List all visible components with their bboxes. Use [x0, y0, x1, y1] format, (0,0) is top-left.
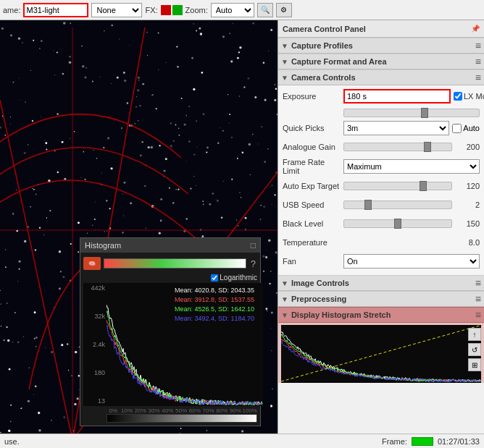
stretch-icon-3[interactable]: ⊞ [468, 358, 481, 371]
settings-icon: ⚙ [280, 6, 287, 14]
frame-time: 01:27/01:33 [438, 437, 480, 446]
analogue-gain-row: Analogue Gain 200 [283, 139, 480, 155]
preprocessing-label: Preprocessing [291, 295, 346, 303]
search-button[interactable]: 🔍 [257, 3, 273, 17]
capture-profiles-menu-icon[interactable]: ≡ [475, 40, 481, 51]
preprocessing-menu-icon[interactable]: ≡ [475, 293, 481, 305]
toolbar: FX: ame: None FX: Zoom: Auto 🔍 ⚙ [0, 0, 484, 20]
exposure-label: Exposure [283, 92, 341, 101]
temperature-value: 8.0 [343, 238, 480, 247]
black-level-slider[interactable] [343, 219, 452, 228]
black-level-row: Black Level 150 [283, 216, 480, 232]
histogram-percent-bar: 0% 10% 20% 30% 40% 50% 60% 70% 80% 90% 1… [83, 407, 257, 414]
camera-controls-label: Camera Controls [291, 73, 356, 82]
histogram-title: Histogram [85, 241, 121, 250]
display-histogram-header[interactable]: ▼ Display Histogram Stretch ≡ [278, 307, 484, 323]
display-histogram-menu-icon[interactable]: ≡ [475, 309, 481, 321]
main-area: Histogram □ 🧠 ? Logarithmic [0, 20, 484, 448]
display-histogram-label: Display Histogram Stretch [291, 310, 391, 319]
analogue-gain-slider[interactable] [343, 143, 452, 151]
stretch-icon-2[interactable]: ↺ [468, 343, 481, 356]
display-histogram-section: ▼ Display Histogram Stretch ≡ ↑ ↺ ⊞ [278, 307, 484, 383]
y-label-3: 180 [83, 369, 107, 376]
histogram-title-bar[interactable]: Histogram □ [80, 238, 260, 253]
stat-blue: Mean: 3492.4, SD: 1184.70 [175, 314, 254, 324]
histogram-help-button[interactable]: ? [249, 258, 257, 269]
y-label-2: 2.4k [83, 341, 107, 348]
pin-icon[interactable]: 📌 [471, 25, 480, 33]
zoom-dropdown[interactable]: Auto [211, 3, 254, 17]
image-controls-menu-icon[interactable]: ≡ [475, 277, 481, 289]
settings-button[interactable]: ⚙ [276, 3, 292, 17]
capture-profiles-label: Capture Profiles [291, 41, 353, 50]
log-checkbox-input[interactable] [211, 274, 218, 282]
camera-controls-section-header[interactable]: ▼ Camera Controls ≡ [278, 69, 484, 85]
capture-format-section-header[interactable]: ▼ Capture Format and Area ≡ [278, 54, 484, 69]
capture-format-label: Capture Format and Area [291, 57, 387, 66]
exposure-input[interactable] [343, 89, 451, 103]
auto-checkbox[interactable] [452, 124, 462, 133]
histogram-gradient-bar [107, 414, 257, 423]
usb-speed-slider[interactable] [343, 200, 452, 209]
star-field[interactable]: Histogram □ 🧠 ? Logarithmic [0, 20, 278, 448]
pct-80: 80% [215, 407, 229, 414]
exposure-slider[interactable] [343, 109, 480, 117]
zoom-label: Zoom: [185, 6, 208, 14]
green-color-box[interactable] [172, 5, 183, 15]
usb-speed-row: USB Speed 2 [283, 197, 480, 213]
quick-picks-dropdown[interactable]: 3m 1m 5m [343, 121, 449, 135]
auto-exp-slider[interactable] [343, 182, 452, 190]
frame-indicator: Frame: 01:27/01:33 [382, 437, 480, 446]
display-histogram-body: ↑ ↺ ⊞ [278, 325, 484, 383]
frame-rate-label: Frame Rate Limit [283, 158, 341, 175]
auto-exp-label: Auto Exp Target [283, 182, 341, 190]
display-histogram-toggle: ▼ [281, 311, 288, 319]
pct-90: 90% [229, 407, 243, 414]
fx-dropdown[interactable]: None [91, 3, 142, 17]
preprocessing-section-header[interactable]: ▼ Preprocessing ≡ [278, 291, 484, 307]
pct-0: 0% [107, 407, 120, 414]
auto-text: Auto [463, 124, 480, 132]
stat-red: Mean: 3912.8, SD: 1537.55 [175, 295, 254, 305]
fan-dropdown[interactable]: On Off [343, 254, 480, 269]
pct-20: 20% [134, 407, 148, 414]
image-controls-section-header[interactable]: ▼ Image Controls ≡ [278, 275, 484, 291]
camera-control-panel-header: Camera Control Panel 📌 [278, 20, 484, 38]
capture-profiles-section-header[interactable]: ▼ Capture Profiles ≡ [278, 38, 484, 54]
pct-50: 50% [175, 407, 188, 414]
histogram-body: 🧠 ? Logarithmic 442k 32k 2.4k [80, 253, 260, 426]
capture-format-menu-icon[interactable]: ≡ [475, 56, 481, 67]
stretch-icon-1[interactable]: ↑ [468, 328, 481, 341]
color-picker [161, 5, 183, 15]
histogram-close-button[interactable]: □ [251, 240, 256, 250]
stat-green: Mean: 4526.5, SD: 1642.10 [175, 305, 254, 314]
fan-label: Fan [283, 257, 341, 266]
histogram-bottom: 0% 10% 20% 30% 40% 50% 60% 70% 80% 90% 1… [83, 407, 257, 423]
y-label-4: 13 [83, 397, 107, 405]
image-controls-label: Image Controls [291, 279, 349, 287]
panel-title: Camera Control Panel [283, 25, 366, 33]
search-icon: 🔍 [261, 6, 270, 14]
camera-controls-menu-icon[interactable]: ≡ [475, 72, 481, 83]
capture-format-toggle: ▼ [281, 58, 288, 66]
image-controls-toggle: ▼ [281, 279, 288, 287]
histogram-y-labels: 442k 32k 2.4k 180 13 [83, 283, 107, 406]
histogram-color-bar [104, 258, 246, 269]
y-label-0: 442k [83, 284, 107, 292]
histogram-top-bar: 🧠 ? [83, 255, 257, 271]
lx-mode-checkbox[interactable] [454, 92, 462, 101]
camera-controls-body: Exposure LX Mode Quick Picks 3m 1m 5m [278, 85, 484, 275]
capture-profiles-toggle: ▼ [281, 42, 288, 50]
exposure-slider-row [283, 107, 480, 119]
preprocessing-toggle: ▼ [281, 295, 288, 303]
red-color-box[interactable] [161, 5, 171, 15]
frame-rate-row: Frame Rate Limit Maximum [283, 158, 480, 175]
frame-rate-dropdown[interactable]: Maximum [343, 159, 480, 174]
fan-row: Fan On Off [283, 253, 480, 269]
histogram-log-checkbox[interactable]: Logarithmic [211, 274, 257, 282]
auto-checkbox-label: Auto [452, 124, 480, 133]
bottom-status-bar: use. Frame: 01:27/01:33 [0, 434, 484, 448]
name-field-label: ame: [3, 6, 20, 14]
image-name-input[interactable] [23, 3, 88, 17]
pct-30: 30% [147, 407, 161, 414]
